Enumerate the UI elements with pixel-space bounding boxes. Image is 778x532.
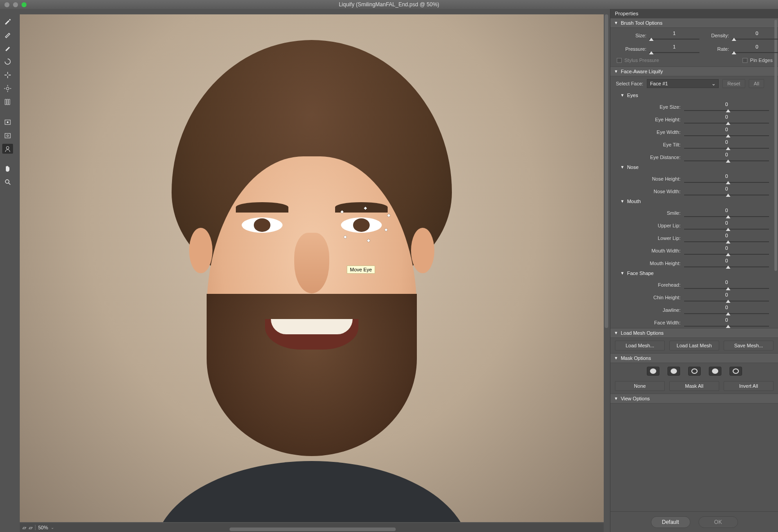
hand-tool[interactable] [2, 164, 13, 173]
pucker-tool[interactable] [2, 70, 13, 80]
reconstruct-tool[interactable] [2, 30, 13, 40]
window-minimize-button[interactable] [13, 2, 18, 7]
mouth-slider[interactable]: 0 [684, 258, 772, 269]
mouth-slider[interactable]: 0 [684, 208, 772, 218]
zoom-tool[interactable] [2, 177, 13, 187]
zoom-dropdown-icon[interactable]: ⌄ [51, 525, 54, 530]
reset-button[interactable]: Reset [722, 79, 745, 88]
pin-edges-checkbox[interactable]: Pin Edges [743, 58, 773, 63]
panel-footer: Default OK [610, 511, 778, 532]
select-face-dropdown[interactable]: Face #1⌄ [647, 79, 719, 88]
shape-row: Chin Height:0 [610, 290, 778, 303]
mouth-row: Lower Lip:0 [610, 231, 778, 244]
shape-row: Face Width:0 [610, 315, 778, 328]
canvas-scrollbar-horizontal[interactable] [230, 528, 396, 531]
eye-slider[interactable]: 0 [684, 139, 772, 150]
mouth-label: Smile: [610, 210, 684, 216]
section-brush-label: Brush Tool Options [621, 20, 663, 26]
nose-label: Nose Width: [610, 189, 684, 194]
freeze-mask-tool[interactable] [2, 117, 13, 127]
shape-slider[interactable]: 0 [684, 292, 772, 303]
face-eye-handles[interactable] [335, 207, 393, 243]
pressure-slider[interactable]: 1 [649, 44, 699, 54]
subsection-nose[interactable]: ▼Nose [610, 163, 778, 172]
shape-label: Face Width: [610, 320, 684, 325]
eye-row: Eye Height:0 [610, 112, 778, 125]
section-face-aware[interactable]: ▼Face-Aware Liquify [610, 66, 778, 76]
section-view-options[interactable]: ▼View Options [610, 394, 778, 403]
nose-slider[interactable]: 0 [684, 173, 772, 184]
select-face-label: Select Face: [616, 81, 643, 86]
mouth-label: Lower Lip: [610, 235, 684, 241]
eye-row: Eye Distance:0 [610, 150, 778, 163]
window-maximize-button[interactable] [22, 2, 27, 7]
eye-slider[interactable]: 0 [684, 114, 772, 125]
window-close-button[interactable] [4, 2, 9, 7]
push-left-tool[interactable] [2, 97, 13, 107]
mask-all-button[interactable]: Mask All [669, 381, 719, 391]
subsection-face-shape[interactable]: ▼Face Shape [610, 269, 778, 278]
mask-subtract-icon[interactable] [688, 367, 701, 376]
svg-point-0 [6, 87, 9, 90]
load-mesh-button[interactable]: Load Mesh... [615, 341, 665, 350]
smooth-tool[interactable] [2, 43, 13, 53]
forward-warp-tool[interactable] [2, 16, 13, 26]
subsection-eyes[interactable]: ▼Eyes [610, 91, 778, 100]
eye-row: Eye Tilt:0 [610, 137, 778, 150]
size-label: Size: [617, 33, 649, 38]
eye-slider[interactable]: 0 [684, 127, 772, 137]
canvas-area: Move Eye ▱ ▱ 50% ⌄ [15, 9, 610, 532]
save-mesh-button[interactable]: Save Mesh... [724, 341, 774, 350]
mouth-slider[interactable]: 0 [684, 233, 772, 244]
canvas-scrollbar-vertical[interactable] [605, 14, 608, 328]
mouth-label: Mouth Height: [610, 261, 684, 266]
section-face-label: Face-Aware Liquify [621, 69, 663, 74]
shape-slider[interactable]: 0 [684, 317, 772, 328]
eye-slider[interactable]: 0 [684, 102, 772, 112]
bloat-tool[interactable] [2, 84, 13, 93]
eye-slider[interactable]: 0 [684, 152, 772, 163]
liquify-toolbar [0, 9, 15, 532]
twirl-tool[interactable] [2, 57, 13, 66]
mask-replace-icon[interactable] [647, 367, 659, 376]
density-slider[interactable]: 0 [732, 31, 778, 40]
rate-slider[interactable]: 0 [732, 44, 778, 54]
fit-icon-2[interactable]: ▱ [29, 525, 32, 531]
panel-scrollbar[interactable] [774, 20, 777, 271]
mouth-slider[interactable]: 0 [684, 245, 772, 256]
mask-invert-icon[interactable] [729, 367, 742, 376]
shape-slider[interactable]: 0 [684, 305, 772, 315]
default-button[interactable]: Default [651, 516, 690, 528]
size-slider[interactable]: 1 [649, 31, 699, 40]
eye-label: Eye Height: [610, 117, 684, 122]
zoom-level[interactable]: 50% [38, 525, 48, 530]
thaw-mask-tool[interactable] [2, 130, 13, 140]
mask-none-button[interactable]: None [615, 381, 665, 391]
image-canvas[interactable]: Move Eye [20, 14, 604, 522]
eye-row: Eye Size:0 [610, 100, 778, 112]
nose-slider[interactable]: 0 [684, 186, 772, 197]
mask-intersect-icon[interactable] [709, 367, 721, 376]
fit-icon-1[interactable]: ▱ [22, 525, 26, 531]
ok-button[interactable]: OK [698, 516, 738, 528]
svg-point-4 [7, 135, 9, 137]
mask-add-icon[interactable] [667, 367, 680, 376]
shape-label: Jawline: [610, 307, 684, 313]
eye-row: Eye Width:0 [610, 125, 778, 137]
shape-row: Forehead:0 [610, 278, 778, 290]
section-load-mesh[interactable]: ▼Load Mesh Options [610, 328, 778, 338]
all-button[interactable]: All [749, 79, 764, 88]
rate-label: Rate: [699, 46, 732, 52]
subsection-mouth[interactable]: ▼Mouth [610, 197, 778, 206]
mask-invert-all-button[interactable]: Invert All [724, 381, 774, 391]
shape-slider[interactable]: 0 [684, 279, 772, 290]
section-mask-options[interactable]: ▼Mask Options [610, 353, 778, 363]
load-last-mesh-button[interactable]: Load Last Mesh [669, 341, 719, 350]
mouth-row: Upper Lip:0 [610, 218, 778, 231]
section-brush-tool[interactable]: ▼Brush Tool Options [610, 18, 778, 28]
window-title: Liquify (SmilingManFAL_End.psd @ 50%) [0, 1, 778, 8]
face-tool[interactable] [2, 144, 13, 154]
nose-label: Nose Height: [610, 176, 684, 182]
mouth-slider[interactable]: 0 [684, 220, 772, 231]
nose-row: Nose Height:0 [610, 172, 778, 184]
